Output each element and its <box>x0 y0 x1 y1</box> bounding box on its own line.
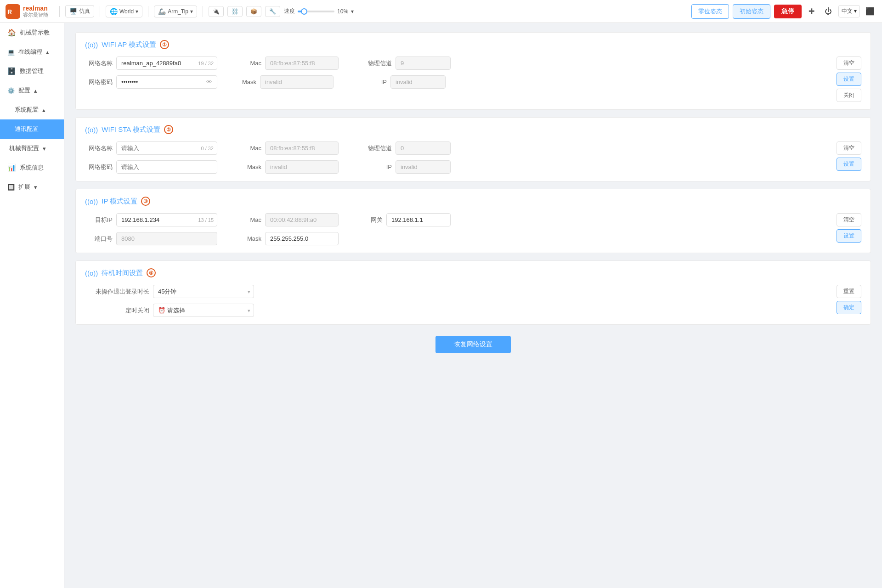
standby-confirm-btn[interactable]: 确定 <box>837 301 861 314</box>
wifi-sta-name-group: 网络名称 0 / 32 <box>85 141 217 155</box>
wifi-ap-clear-btn[interactable]: 清空 <box>837 57 861 70</box>
chain-icon-btn[interactable]: ⛓️ <box>227 6 243 17</box>
ip-mode-ip-input[interactable] <box>116 213 217 226</box>
standby-timer-label: 定时关闭 <box>85 306 149 315</box>
sidebar-label-arm-demo: 机械臂示教 <box>20 28 50 37</box>
world-icon: 🌐 <box>110 8 118 15</box>
arm-selector[interactable]: 🦾 Arm_Tip ▾ <box>154 6 197 17</box>
wifi-ap-mac-group: Mac <box>243 57 339 70</box>
eye-icon[interactable]: 👁 <box>206 79 212 85</box>
sidebar-item-config[interactable]: ⚙️ 配置 ▴ <box>0 81 64 100</box>
wifi-sta-ip-label: IP <box>364 164 392 170</box>
ip-mode-badge: ③ <box>141 197 150 206</box>
estop-btn[interactable]: 急停 <box>774 5 802 18</box>
settings-icon-btn[interactable]: 🔧 <box>265 6 280 17</box>
connect-icon-btn[interactable]: 🔌 <box>209 6 224 17</box>
wifi-sta-wave-icon: ((o)) <box>85 126 98 134</box>
logout-icon-btn[interactable]: ⬛ <box>864 5 876 18</box>
arm-label: Arm_Tip <box>168 8 188 15</box>
wifi-ap-close-btn[interactable]: 关闭 <box>837 89 861 102</box>
wifi-sta-pwd-row: 网络密码 Mask IP <box>85 160 827 174</box>
ip-mode-title-text: IP 模式设置 <box>102 197 137 206</box>
wifi-sta-channel-input <box>396 141 451 155</box>
wifi-ap-ip-group: IP <box>359 75 446 89</box>
ip-mode-mask-group: Mask <box>243 232 339 245</box>
standby-timer-select-wrap: ⏰ 请选择 <box>153 304 254 317</box>
initial-btn[interactable]: 初始姿态 <box>733 4 770 19</box>
wifi-ap-channel-input[interactable] <box>396 57 451 70</box>
sidebar-item-comms-config[interactable]: 通讯配置 <box>0 119 64 139</box>
power-icon-btn[interactable]: ⏻ <box>822 5 835 18</box>
ip-mode-gateway-group: 网关 <box>364 213 451 226</box>
standby-timer-row: 定时关闭 ⏰ 请选择 <box>85 304 827 317</box>
brand-sub: 睿尔曼智能 <box>23 12 48 18</box>
standby-timer-group: 定时关闭 ⏰ 请选择 <box>85 304 254 317</box>
expand-arrow-icon: ▾ <box>34 184 37 191</box>
wifi-sta-name-row: 网络名称 0 / 32 Mac 物理信道 <box>85 141 827 155</box>
sidebar-item-arm-demo[interactable]: 🏠 机械臂示教 <box>0 23 64 42</box>
speed-value: 10% <box>337 8 348 15</box>
sep4 <box>203 6 203 17</box>
standby-logout-group: 未操作退出登录时长 45分钟 30分钟 60分钟 永不 <box>85 285 254 298</box>
ip-mode-mask-label: Mask <box>243 235 261 242</box>
ip-mode-ip-input-wrap: 13 / 15 <box>116 213 217 226</box>
sidebar-item-sys-info[interactable]: 📊 系统信息 <box>0 158 64 177</box>
wifi-ap-pwd-wrap: 👁 <box>116 75 212 89</box>
wifi-sta-pwd-input[interactable] <box>116 160 217 174</box>
wifi-sta-mac-input <box>265 141 339 155</box>
speed-arrow-icon: ▾ <box>351 8 354 15</box>
standby-timer-select[interactable]: ⏰ 请选择 <box>153 304 254 317</box>
sys-config-arrow-icon: ▴ <box>42 107 45 113</box>
wifi-sta-title: ((o)) WIFI STA 模式设置 ② <box>85 125 861 134</box>
ip-mode-mask-input[interactable] <box>265 232 339 245</box>
sep3 <box>148 6 148 17</box>
wifi-ap-pwd-label: 网络密码 <box>85 78 113 86</box>
standby-reset-btn[interactable]: 重置 <box>837 285 861 298</box>
sidebar-item-data-mgmt[interactable]: 🗄️ 数据管理 <box>0 62 64 81</box>
logo-area: R realman 睿尔曼智能 <box>6 4 48 19</box>
speed-slider[interactable] <box>298 11 334 12</box>
ip-mode-port-group: 端口号 <box>85 232 217 245</box>
wifi-ap-name-row: 网络名称 19 / 32 Mac 物理信道 <box>85 57 827 70</box>
world-selector[interactable]: 🌐 World ▾ <box>106 6 142 17</box>
sim-mode-btn[interactable]: 🖥️ 仿真 <box>65 5 94 17</box>
wifi-sta-name-input[interactable] <box>116 141 217 155</box>
logo-icon: R <box>6 4 20 19</box>
sys-info-icon: 📊 <box>7 164 16 172</box>
ip-mode-mac-input <box>265 213 339 226</box>
cube-icon-btn[interactable]: 📦 <box>246 6 261 17</box>
arm-arrow-icon: ▾ <box>190 8 193 15</box>
sidebar-item-sys-config[interactable]: 系统配置 ▴ <box>0 100 64 119</box>
sidebar-item-online-prog[interactable]: 💻 在线编程 ▴ <box>0 42 64 62</box>
wifi-sta-set-btn[interactable]: 设置 <box>837 158 861 171</box>
wifi-ap-channel-group: 物理信道 <box>364 57 451 70</box>
ip-mode-gateway-input[interactable] <box>386 213 451 226</box>
sidebar-label-expand: 扩展 <box>18 183 30 191</box>
zeroing-btn[interactable]: 零位姿态 <box>691 4 729 19</box>
wifi-ap-mac-input <box>265 57 339 70</box>
topbar-right: 零位姿态 初始姿态 急停 ✚ ⏻ 中文 ▾ ⬛ <box>691 4 876 19</box>
standby-badge: ④ <box>147 268 156 277</box>
sim-icon: 🖥️ <box>69 8 77 15</box>
ip-mode-set-btn[interactable]: 设置 <box>837 229 861 243</box>
wifi-sta-clear-btn[interactable]: 清空 <box>837 141 861 155</box>
wifi-ap-name-label: 网络名称 <box>85 59 113 68</box>
sidebar-item-arm-config[interactable]: 机械臂配置 ▾ <box>0 139 64 158</box>
ip-mode-clear-btn[interactable]: 清空 <box>837 213 861 226</box>
wifi-ap-pwd-input[interactable] <box>116 75 217 89</box>
standby-logout-select[interactable]: 45分钟 30分钟 60分钟 永不 <box>153 285 254 298</box>
sidebar-item-expand[interactable]: 🔲 扩展 ▾ <box>0 177 64 197</box>
settings2-icon: 🔧 <box>269 8 276 15</box>
wifi-ap-set-btn[interactable]: 设置 <box>837 73 861 86</box>
wifi-ap-name-input[interactable] <box>116 57 217 70</box>
lang-select[interactable]: 中文 ▾ <box>838 5 860 17</box>
sidebar-label-arm-config: 机械臂配置 <box>7 144 39 153</box>
restore-network-btn[interactable]: 恢复网络设置 <box>435 336 511 353</box>
wifi-sta-mask-group: Mask <box>243 160 339 174</box>
ip-mode-ip-label: 目标IP <box>85 216 113 224</box>
standby-logout-row: 未操作退出登录时长 45分钟 30分钟 60分钟 永不 <box>85 285 827 298</box>
plus-icon-btn[interactable]: ✚ <box>805 5 818 18</box>
layout: 🏠 机械臂示教 💻 在线编程 ▴ 🗄️ 数据管理 ⚙️ 配置 ▴ 系统配置 ▴ … <box>0 23 882 588</box>
arm-config-arrow-icon: ▾ <box>43 145 46 152</box>
wifi-ap-mask-label: Mask <box>238 79 256 85</box>
